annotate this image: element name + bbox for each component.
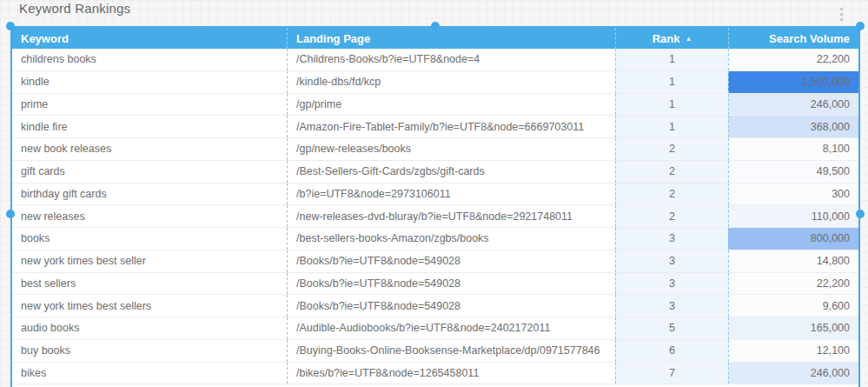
- keyword-cell: buy books: [12, 340, 287, 362]
- search-volume-cell: 246,000: [728, 363, 858, 384]
- keyword-cell: kindle: [12, 71, 287, 93]
- landing-page-cell: /new-releases-dvd-bluray/b?ie=UTF8&node=…: [287, 205, 615, 227]
- rank-cell: 2: [615, 183, 728, 205]
- keyword-cell: new releases: [12, 205, 287, 227]
- table-row: childrens books/Childrens-Books/b?ie=UTF…: [12, 49, 858, 71]
- rank-cell: 1: [615, 116, 728, 137]
- page-title: Keyword Rankings: [19, 1, 130, 16]
- keyword-cell: gift cards: [12, 161, 287, 183]
- landing-page-cell: /bikes/b?ie=UTF8&node=1265458011: [287, 363, 615, 384]
- rank-cell: 3: [615, 273, 728, 295]
- table-row: new york times best seller/Books/b?ie=UT…: [12, 250, 858, 273]
- column-header-label: Search Volume: [769, 32, 850, 45]
- resize-handle-top-center[interactable]: [431, 22, 440, 30]
- rank-cell: 3: [615, 295, 728, 317]
- rank-cell: 1: [615, 71, 728, 93]
- keyword-cell: audio books: [12, 317, 287, 339]
- search-volume-cell: 300: [728, 183, 858, 205]
- rank-cell: 1: [615, 49, 728, 70]
- table-row: gift cards/Best-Sellers-Gift-Cards/zgbs/…: [12, 161, 858, 183]
- table-row: kindle/kindle-dbs/fd/kcp11,500,000: [12, 71, 858, 94]
- table-row: best sellers/Books/b?ie=UTF8&node=549028…: [12, 273, 858, 296]
- column-header-label: Keyword: [21, 32, 69, 45]
- landing-page-cell: /b?ie=UTF8&node=2973106011: [287, 183, 615, 205]
- column-header-search-volume[interactable]: Search Volume: [728, 28, 858, 49]
- resize-handle-top-left[interactable]: [6, 22, 15, 30]
- rank-cell: 1: [615, 94, 728, 116]
- search-volume-cell: 14,800: [728, 250, 858, 272]
- landing-page-cell: /Childrens-Books/b?ie=UTF8&node=4: [287, 49, 615, 70]
- landing-page-cell: /Best-Sellers-Gift-Cards/zgbs/gift-cards: [287, 161, 615, 183]
- keyword-cell: kindle fire: [12, 116, 287, 137]
- resize-handle-middle-left[interactable]: [6, 210, 15, 218]
- table-row: bikes/bikes/b?ie=UTF8&node=1265458011724…: [12, 363, 858, 385]
- rank-cell: 2: [615, 161, 728, 183]
- table-row: buy books/Buying-Books-Online-Booksense-…: [12, 340, 858, 363]
- landing-page-cell: /Amazon-Fire-Tablet-Family/b?ie=UTF8&nod…: [287, 116, 615, 137]
- rank-cell: 3: [615, 250, 728, 272]
- search-volume-cell: 49,500: [728, 161, 858, 183]
- column-header-label: Landing Page: [296, 32, 370, 45]
- landing-page-cell: /Audible-Audiobooks/b?ie=UTF8&node=24021…: [287, 317, 615, 339]
- keyword-cell: prime: [12, 94, 287, 116]
- sort-asc-icon: ▲: [685, 35, 692, 43]
- landing-page-cell: /Books/b?ie=UTF8&node=549028: [287, 250, 615, 272]
- search-volume-cell: 1,500,000: [728, 71, 858, 93]
- search-volume-cell: 110,000: [728, 205, 858, 227]
- landing-page-cell: /gp/prime: [287, 94, 615, 116]
- search-volume-cell: 12,100: [728, 340, 858, 362]
- keyword-rankings-table: Keyword Landing Page Rank ▲ Search Volum…: [10, 26, 860, 387]
- landing-page-cell: /best-sellers-books-Amazon/zgbs/books: [287, 228, 615, 250]
- rank-cell: 2: [615, 205, 728, 227]
- table-body: childrens books/Childrens-Books/b?ie=UTF…: [12, 49, 858, 384]
- landing-page-cell: /Buying-Books-Online-Booksense-Marketpla…: [287, 340, 615, 362]
- keyword-cell: new york times best sellers: [12, 295, 287, 317]
- search-volume-cell: 22,200: [728, 49, 858, 70]
- rank-cell: 5: [615, 317, 728, 339]
- keyword-cell: best sellers: [12, 273, 287, 295]
- kebab-menu-icon[interactable]: [836, 6, 846, 22]
- table-row: audio books/Audible-Audiobooks/b?ie=UTF8…: [12, 317, 858, 340]
- search-volume-cell: 800,000: [728, 228, 858, 250]
- keyword-cell: birthday gift cards: [12, 183, 287, 205]
- search-volume-cell: 246,000: [728, 94, 858, 116]
- landing-page-cell: /gp/new-releases/books: [287, 138, 615, 160]
- rank-cell: 3: [615, 228, 728, 250]
- keyword-cell: books: [12, 228, 287, 250]
- keyword-cell: childrens books: [12, 49, 287, 70]
- table-row: new releases/new-releases-dvd-bluray/b?i…: [12, 205, 858, 228]
- search-volume-cell: 9,600: [728, 295, 858, 317]
- landing-page-cell: /Books/b?ie=UTF8&node=549028: [287, 273, 615, 295]
- keyword-cell: new york times best seller: [12, 250, 287, 272]
- table-header-row: Keyword Landing Page Rank ▲ Search Volum…: [12, 28, 858, 49]
- column-header-keyword[interactable]: Keyword: [12, 28, 287, 49]
- resize-handle-top-right[interactable]: [856, 22, 865, 30]
- table-row: kindle fire/Amazon-Fire-Tablet-Family/b?…: [12, 116, 858, 138]
- table-row: books/best-sellers-books-Amazon/zgbs/boo…: [12, 228, 858, 250]
- dashboard-canvas: Keyword Rankings Keyword Landing Page Ra…: [0, 0, 868, 387]
- rank-cell: 7: [615, 363, 728, 384]
- search-volume-cell: 22,200: [728, 273, 858, 295]
- table-row: new york times best sellers/Books/b?ie=U…: [12, 295, 858, 317]
- search-volume-cell: 8,100: [728, 138, 858, 160]
- column-header-rank[interactable]: Rank ▲: [615, 28, 728, 49]
- search-volume-cell: 165,000: [728, 317, 858, 339]
- table-row: prime/gp/prime1246,000: [12, 94, 858, 117]
- rank-cell: 6: [615, 340, 728, 362]
- resize-handle-middle-right[interactable]: [856, 210, 865, 218]
- rank-cell: 2: [615, 138, 728, 160]
- landing-page-cell: /kindle-dbs/fd/kcp: [287, 71, 615, 93]
- landing-page-cell: /Books/b?ie=UTF8&node=549028: [287, 295, 615, 317]
- keyword-cell: bikes: [12, 363, 287, 384]
- column-header-label: Rank: [653, 32, 680, 45]
- table-row: new book releases/gp/new-releases/books2…: [12, 138, 858, 161]
- table-row: birthday gift cards/b?ie=UTF8&node=29731…: [12, 183, 858, 206]
- column-header-landing-page[interactable]: Landing Page: [287, 28, 615, 49]
- keyword-cell: new book releases: [12, 138, 287, 160]
- search-volume-cell: 368,000: [728, 116, 858, 137]
